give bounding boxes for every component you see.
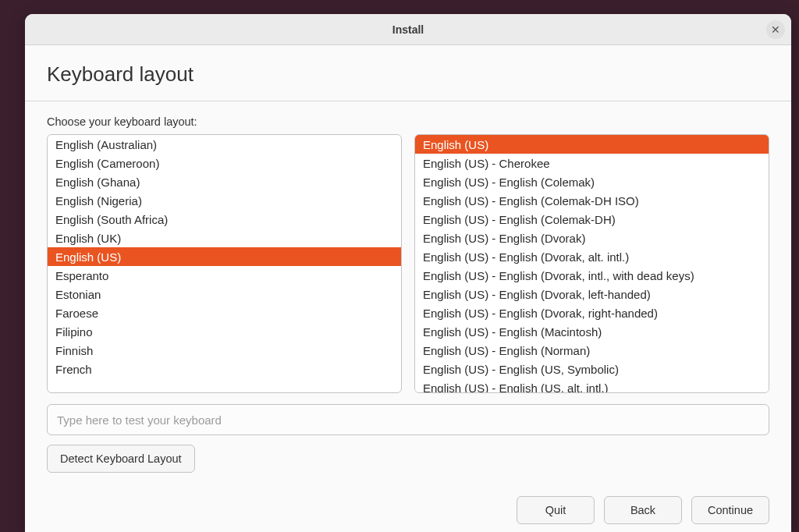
variant-item[interactable]: English (US) - English (Colemak-DH) <box>415 210 769 229</box>
variant-item[interactable]: English (US) - English (US, Symbolic) <box>415 360 769 378</box>
footer: Quit Back Continue <box>25 482 791 532</box>
layout-item[interactable]: English (South Africa) <box>48 210 401 229</box>
divider <box>25 101 791 101</box>
detect-row: Detect Keyboard Layout <box>47 445 769 473</box>
prompt-label: Choose your keyboard layout: <box>47 115 769 128</box>
layout-item[interactable]: English (Australian) <box>48 135 401 154</box>
layout-item[interactable]: English (US) <box>48 247 401 266</box>
lists-row: English (Australian)English (Cameroon)En… <box>47 134 769 393</box>
quit-button[interactable]: Quit <box>517 496 595 524</box>
layout-item[interactable]: English (Cameroon) <box>48 154 401 172</box>
continue-button[interactable]: Continue <box>691 496 769 524</box>
close-icon: ✕ <box>771 23 780 36</box>
page-heading: Keyboard layout <box>47 62 769 87</box>
variant-item[interactable]: English (US) - Cherokee <box>415 154 769 172</box>
layout-item[interactable]: French <box>48 360 401 378</box>
back-button[interactable]: Back <box>604 496 682 524</box>
variant-item[interactable]: English (US) - English (Colemak-DH ISO) <box>415 191 769 210</box>
layout-item[interactable]: Filipino <box>48 322 401 341</box>
layout-item[interactable]: English (UK) <box>48 229 401 247</box>
variant-item[interactable]: English (US) - English (Dvorak, right-ha… <box>415 303 769 322</box>
variant-item[interactable]: English (US) - English (Dvorak, intl., w… <box>415 266 769 285</box>
variant-item[interactable]: English (US) - English (Dvorak) <box>415 229 769 247</box>
installer-window: Install ✕ Keyboard layout Choose your ke… <box>25 14 791 532</box>
variant-item[interactable]: English (US) - English (US, alt. intl.) <box>415 378 769 393</box>
variant-listbox[interactable]: English (US)English (US) - CherokeeEngli… <box>414 134 769 393</box>
layout-item[interactable]: Faroese <box>48 303 401 322</box>
layout-item[interactable]: English (Nigeria) <box>48 191 401 210</box>
layout-item[interactable]: Finnish <box>48 341 401 360</box>
variant-item[interactable]: English (US) - English (Norman) <box>415 341 769 360</box>
content-area: Keyboard layout Choose your keyboard lay… <box>25 45 791 482</box>
close-button[interactable]: ✕ <box>766 20 785 39</box>
variant-item[interactable]: English (US) - English (Dvorak, alt. int… <box>415 247 769 266</box>
variant-item[interactable]: English (US) - English (Colemak) <box>415 172 769 191</box>
layout-item[interactable]: Estonian <box>48 285 401 303</box>
variant-item[interactable]: English (US) - English (Macintosh) <box>415 322 769 341</box>
detect-keyboard-button[interactable]: Detect Keyboard Layout <box>47 445 195 473</box>
keyboard-test-input[interactable] <box>47 404 769 435</box>
layout-item[interactable]: English (Ghana) <box>48 172 401 191</box>
layout-item[interactable]: Esperanto <box>48 266 401 285</box>
titlebar: Install ✕ <box>25 14 791 45</box>
variant-item[interactable]: English (US) - English (Dvorak, left-han… <box>415 285 769 303</box>
layout-listbox[interactable]: English (Australian)English (Cameroon)En… <box>47 134 402 393</box>
variant-item[interactable]: English (US) <box>415 135 769 154</box>
window-title: Install <box>392 23 424 36</box>
